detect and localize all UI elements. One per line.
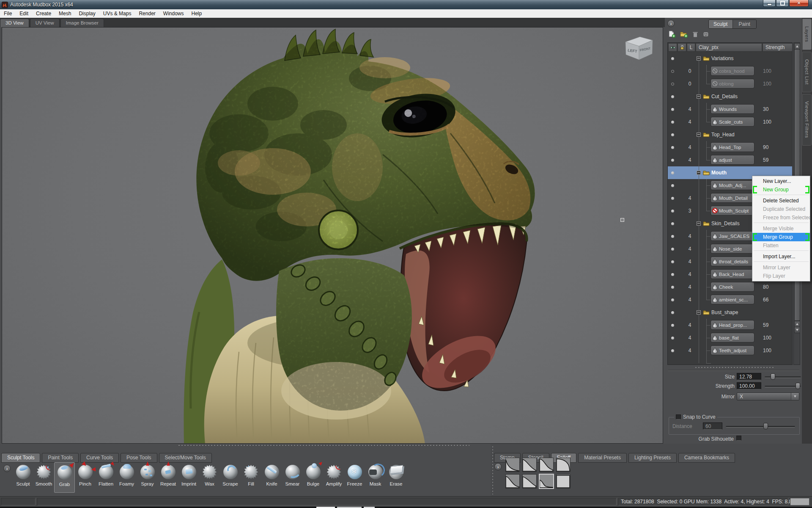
group-name[interactable]: Mouth: [711, 170, 727, 176]
side-tab-layers[interactable]: Layers: [802, 19, 812, 50]
creature-model[interactable]: [2, 28, 663, 444]
presets-splitter-handle[interactable]: [492, 445, 494, 494]
layer-pill[interactable]: Nose_side: [710, 244, 754, 254]
tool-bulge[interactable]: Bulge: [303, 462, 324, 493]
tool-tab-pose-tools[interactable]: Pose Tools: [121, 453, 157, 463]
group-expander-icon[interactable]: [697, 310, 701, 315]
group-expander-icon[interactable]: [697, 94, 701, 99]
layer-row-ambient-sc[interactable]: 4ambient_sc...66: [668, 293, 793, 306]
tool-scrape[interactable]: Scrape: [220, 462, 241, 493]
visibility-dot[interactable]: [671, 235, 674, 238]
level-column-header[interactable]: L: [687, 43, 695, 52]
tool-tab-paint-tools[interactable]: Paint Tools: [42, 453, 78, 463]
context-menu-item-merge-group[interactable]: Merge Group: [752, 233, 810, 241]
tool-flatten[interactable]: Flatten: [96, 462, 116, 493]
new-layer-button[interactable]: [669, 30, 676, 38]
visibility-dot[interactable]: [671, 311, 674, 314]
layer-pill[interactable]: Back_Head: [710, 269, 754, 279]
layer-pill[interactable]: Mouth_Sculpt: [710, 206, 754, 215]
group-name[interactable]: Skin_Details: [711, 221, 740, 226]
preset-tab-material-presets[interactable]: Material Presets: [578, 453, 627, 463]
tool-grab[interactable]: Grab: [54, 462, 75, 493]
tool-spray[interactable]: Spray: [137, 462, 158, 493]
context-menu-item-new-layer[interactable]: New Layer...: [752, 177, 810, 185]
strength-column-header[interactable]: Strength: [763, 43, 793, 52]
visibility-dot[interactable]: [671, 108, 674, 111]
visibility-dot[interactable]: [671, 95, 674, 98]
size-slider[interactable]: [765, 373, 801, 380]
restore-button[interactable]: [776, 0, 789, 7]
layer-row-adjust[interactable]: 4adjust59: [668, 154, 793, 166]
layer-pill[interactable]: Mouth_Detail: [710, 193, 754, 203]
visibility-dot[interactable]: [671, 159, 674, 162]
layer-group-row-variations[interactable]: Variations: [668, 52, 793, 65]
visibility-dot[interactable]: [671, 324, 674, 327]
mirror-dropdown-button[interactable]: [791, 393, 799, 400]
falloff-preset-3[interactable]: [539, 458, 554, 472]
new-group-button[interactable]: [680, 30, 688, 38]
layer-pill[interactable]: ambient_sc...: [710, 295, 754, 304]
delete-layer-button[interactable]: [692, 31, 698, 38]
channel-column-header[interactable]: Clay_ptx: [696, 43, 762, 52]
visibility-dot[interactable]: [671, 83, 674, 86]
menu-windows[interactable]: Windows: [159, 9, 188, 18]
tool-mask[interactable]: Mask: [365, 462, 386, 493]
side-tab-object-list[interactable]: Object List: [802, 52, 812, 92]
layer-row-base-flat[interactable]: 4base_flat100: [668, 331, 793, 344]
menu-help[interactable]: Help: [188, 9, 206, 18]
layer-pill[interactable]: cobra_hood: [710, 66, 754, 76]
preset-tab-camera-bookmarks[interactable]: Camera Bookmarks: [678, 453, 735, 463]
strength-input[interactable]: 100.00: [737, 382, 761, 389]
visibility-dot[interactable]: [671, 121, 674, 124]
tool-tray-collapse-button[interactable]: ›: [3, 465, 11, 472]
visibility-dot[interactable]: [671, 337, 674, 340]
context-menu-item-new-group[interactable]: New Group: [752, 185, 810, 194]
falloff-preset-6[interactable]: [522, 474, 537, 489]
layer-pill[interactable]: oblong: [710, 79, 754, 88]
visibility-dot[interactable]: [671, 70, 674, 73]
mode-tab-paint[interactable]: Paint: [732, 20, 757, 28]
visibility-dot[interactable]: [671, 57, 674, 60]
layer-pill[interactable]: Jaw_SCALES: [710, 231, 754, 241]
mirror-dropdown[interactable]: X: [737, 392, 799, 400]
layer-pill[interactable]: Mouth_Adj...: [710, 180, 754, 190]
layer-group-row-bust-shape[interactable]: Bust_shape: [668, 306, 793, 319]
group-name[interactable]: Top_Head: [711, 132, 735, 138]
layer-pill[interactable]: Scale_cuts: [710, 117, 754, 127]
falloff-preset-4[interactable]: [556, 458, 571, 472]
layer-row-teeth-adjust[interactable]: 4Teeth_adjust100: [668, 344, 793, 357]
menu-render[interactable]: Render: [135, 9, 159, 18]
side-tab-viewport-filters[interactable]: Viewport Filters: [802, 94, 812, 146]
presets-collapse-button[interactable]: ›: [494, 463, 502, 470]
tool-wax[interactable]: Wax: [199, 462, 220, 493]
minimize-button[interactable]: [763, 0, 776, 7]
layer-group-row-top-head[interactable]: Top_Head: [668, 128, 793, 141]
visibility-dot[interactable]: [671, 273, 674, 276]
group-expander-icon[interactable]: [697, 171, 701, 175]
visibility-dot[interactable]: [671, 197, 674, 200]
tool-fill[interactable]: Fill: [241, 462, 261, 493]
strength-slider[interactable]: [765, 383, 801, 389]
group-expander-icon[interactable]: [697, 133, 701, 137]
group-expander-icon[interactable]: [697, 56, 701, 61]
layer-row-partial[interactable]: [668, 357, 793, 365]
tool-smear[interactable]: Smear: [282, 462, 303, 493]
tab-uv-view[interactable]: UV View: [30, 19, 60, 27]
visibility-dot[interactable]: [671, 248, 674, 251]
distance-slider[interactable]: [726, 423, 795, 430]
group-name[interactable]: Variations: [711, 55, 733, 61]
panel-collapse-button[interactable]: ›: [667, 20, 675, 27]
viewport-3d[interactable]: LEFT FRONT: [2, 27, 663, 444]
tool-smooth[interactable]: Smooth: [33, 462, 54, 493]
preset-tab-lighting-presets[interactable]: Lighting Presets: [628, 453, 677, 463]
tool-tab-sculpt-tools[interactable]: Sculpt Tools: [1, 453, 40, 463]
visibility-dot[interactable]: [671, 260, 674, 263]
layer-row-head-prop[interactable]: 4Head_prop...59: [668, 319, 793, 331]
visibility-column-header[interactable]: [668, 43, 677, 52]
visibility-dot[interactable]: [671, 146, 674, 149]
scroll-up-button-2[interactable]: [794, 321, 800, 327]
grab-silhouette-checkbox[interactable]: [736, 436, 741, 441]
layer-row-oblong[interactable]: 0oblong100: [668, 77, 793, 90]
mode-tab-sculpt[interactable]: Sculpt: [709, 20, 732, 28]
falloff-preset-7[interactable]: [539, 474, 554, 489]
